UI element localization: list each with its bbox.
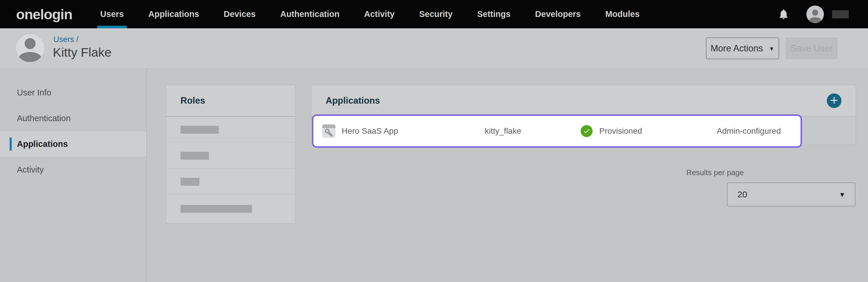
nav-item-users[interactable]: Users: [97, 0, 127, 28]
nav-item-applications[interactable]: Applications: [146, 0, 202, 28]
notifications-bell-icon[interactable]: [778, 8, 789, 20]
results-per-page-select[interactable]: 20 ▼: [727, 183, 856, 207]
sidebar-item-applications[interactable]: Applications: [0, 131, 146, 157]
active-indicator-bar: [10, 137, 12, 151]
redacted-role-name: [181, 205, 252, 213]
save-user-button-disabled[interactable]: Save User: [786, 37, 838, 59]
role-row[interactable]: [166, 195, 295, 223]
sidebar-item-authentication[interactable]: Authentication: [0, 105, 146, 131]
person-icon: [806, 7, 824, 23]
primary-nav: Users Applications Devices Authenticatio…: [97, 0, 661, 28]
generic-app-wrench-icon: [322, 124, 336, 138]
nav-right-controls: [778, 5, 849, 23]
sidebar-item-activity[interactable]: Activity: [0, 157, 146, 183]
nav-item-authentication[interactable]: Authentication: [277, 0, 342, 28]
redacted-role-name: [181, 126, 219, 134]
applications-panel-header: Applications +: [311, 85, 856, 117]
app-name: Hero SaaS App: [342, 126, 398, 136]
page-title: Kitty Flake: [53, 45, 112, 60]
onelogin-logo[interactable]: onelogin: [16, 6, 72, 23]
redacted-role-name: [181, 178, 199, 186]
applications-panel-title: Applications: [326, 95, 380, 106]
add-application-button[interactable]: +: [827, 93, 841, 108]
breadcrumb-users-link[interactable]: Users /: [54, 35, 79, 44]
caret-down-icon: ▼: [839, 190, 845, 199]
plus-icon: +: [830, 94, 838, 106]
user-section-sidebar: User Info Authentication Applications Ac…: [0, 69, 146, 183]
app-provisioning-type: Admin-configured: [717, 126, 781, 136]
results-per-page-label: Results per page: [686, 168, 744, 177]
nav-item-devices[interactable]: Devices: [221, 0, 259, 28]
nav-item-activity[interactable]: Activity: [361, 0, 398, 28]
more-actions-label: More Actions: [711, 43, 763, 54]
redacted-role-name: [181, 152, 209, 160]
save-user-label: Save User: [790, 43, 833, 54]
caret-down-icon: ▼: [769, 44, 775, 52]
sidebar-item-label: User Info: [17, 88, 52, 97]
sidebar-item-label: Authentication: [17, 114, 71, 123]
sidebar-item-label: Activity: [17, 165, 44, 175]
nav-item-settings[interactable]: Settings: [474, 0, 514, 28]
provisioned-check-icon: [581, 125, 593, 137]
onelogin-user-detail-page: onelogin Users Applications Devices Auth…: [0, 0, 868, 282]
role-row[interactable]: [166, 117, 295, 143]
selected-page-size: 20: [738, 189, 747, 199]
role-row[interactable]: [166, 143, 295, 169]
app-provision-status: Provisioned: [599, 126, 642, 136]
nav-item-developers[interactable]: Developers: [532, 0, 584, 28]
application-row-hero-saas-app-highlighted[interactable]: Hero SaaS App kitty_flake Provisioned Ad…: [312, 115, 802, 148]
sidebar-divider: [146, 69, 147, 282]
account-label-redacted: [832, 10, 849, 19]
roles-panel-title: Roles: [166, 85, 295, 117]
app-username: kitty_flake: [485, 126, 521, 136]
user-avatar: [16, 34, 44, 62]
more-actions-button[interactable]: More Actions ▼: [706, 37, 779, 59]
sidebar-item-label: Applications: [17, 139, 68, 149]
user-page-header: Users / Kitty Flake More Actions ▼ Save …: [0, 28, 868, 69]
nav-item-security[interactable]: Security: [416, 0, 455, 28]
account-avatar[interactable]: [806, 5, 824, 23]
sidebar-item-user-info[interactable]: User Info: [0, 80, 146, 105]
nav-item-modules[interactable]: Modules: [602, 0, 643, 28]
top-navigation-bar: onelogin Users Applications Devices Auth…: [0, 0, 868, 28]
person-icon: [16, 36, 44, 62]
role-row[interactable]: [166, 169, 295, 195]
roles-panel: Roles: [166, 85, 295, 224]
